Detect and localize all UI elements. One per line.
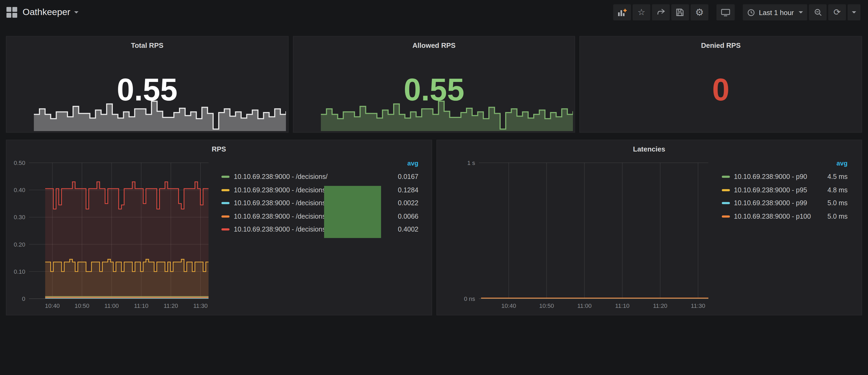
dashboard-title[interactable]: Oathkeeper (23, 7, 70, 18)
series-avg-value: 5.0 ms (823, 199, 847, 207)
svg-text:1 s: 1 s (467, 160, 475, 166)
grafana-apps-grid-icon[interactable] (6, 7, 17, 18)
dashboard-settings-button[interactable]: ⚙ (691, 4, 708, 21)
legend-avg-header[interactable]: avg (221, 160, 418, 170)
series-color-dash (221, 189, 229, 191)
add-panel-button[interactable] (613, 4, 631, 21)
series-avg-value: 4.5 ms (823, 173, 847, 181)
svg-text:11:30: 11:30 (193, 303, 208, 309)
star-icon: ☆ (638, 8, 646, 17)
clock-icon (747, 8, 755, 17)
panel-total-rps: Total RPS 0.55 (6, 36, 288, 133)
svg-text:11:00: 11:00 (104, 303, 119, 309)
series-avg-value: 5.0 ms (823, 213, 847, 220)
series-label: 10.10.69.238:9000 - /decisions/ (234, 173, 390, 181)
green-overlay (324, 186, 381, 238)
share-icon (656, 8, 665, 17)
series-color-dash (721, 202, 730, 205)
svg-text:0.40: 0.40 (14, 187, 25, 193)
series-label: 10.10.69.238:9000 - p90 (734, 173, 818, 181)
series-label: 10.10.69.238:9000 - p95 (734, 186, 818, 194)
panel-rps: RPS 0.500.400.300.200.10010:4010:5011:00… (6, 140, 432, 315)
time-range-label: Last 1 hour (759, 8, 794, 17)
refresh-dashboard-button[interactable]: ⟳ (828, 4, 846, 21)
legend-item[interactable]: 10.10.69.238:9000 - /decisions/ 0.4002 (221, 223, 418, 236)
series-color-dash (721, 215, 730, 218)
navbar: Oathkeeper ☆ (0, 0, 868, 25)
svg-text:11:30: 11:30 (691, 303, 705, 309)
legend-item[interactable]: 10.10.69.238:9000 - /decisions/ 0.0167 (221, 170, 418, 184)
series-label: 10.10.69.238:9000 - p100 (734, 213, 818, 220)
gear-icon: ⚙ (695, 7, 704, 17)
allowed-rps-sparkline (320, 99, 572, 131)
svg-text:0 ns: 0 ns (464, 295, 475, 302)
series-avg-value: 4.8 ms (823, 186, 847, 194)
legend-item[interactable]: 10.10.69.238:9000 - /decisions/ 0.0066 (221, 210, 418, 223)
series-color-dash (721, 176, 730, 178)
time-range-caret-icon (799, 11, 803, 13)
panel-title-allowed-rps[interactable]: Allowed RPS (293, 41, 575, 50)
svg-text:10:40: 10:40 (501, 303, 516, 309)
series-avg-value: 0.4002 (394, 226, 418, 233)
panel-title-latencies[interactable]: Latencies (437, 145, 862, 153)
svg-text:0: 0 (22, 295, 25, 302)
cycle-view-mode-button[interactable] (716, 4, 735, 21)
panel-title-total-rps[interactable]: Total RPS (6, 41, 288, 50)
denied-rps-value: 0 (580, 74, 862, 105)
series-color-dash (221, 202, 229, 205)
panel-denied-rps: Denied RPS 0 (580, 36, 862, 133)
time-range-picker[interactable]: Last 1 hour (743, 4, 807, 21)
latencies-legend: avg 10.10.69.238:9000 - p90 4.5 ms 10.10… (721, 160, 847, 223)
latencies-chart[interactable]: 1 s0 ns10:4010:5011:0011:1011:2011:30 (440, 156, 711, 313)
panel-title-rps[interactable]: RPS (6, 145, 431, 153)
rps-legend: avg 10.10.69.238:9000 - /decisions/ 0.01… (221, 160, 418, 236)
svg-text:10:40: 10:40 (45, 303, 60, 309)
add-panel-icon (618, 8, 627, 17)
svg-text:0.30: 0.30 (14, 214, 25, 221)
share-dashboard-button[interactable] (652, 4, 670, 21)
svg-text:11:20: 11:20 (164, 303, 178, 309)
legend-item[interactable]: 10.10.69.238:9000 - p95 4.8 ms (721, 184, 847, 197)
grafana-dashboard: Oathkeeper ☆ (0, 0, 868, 375)
legend-item[interactable]: 10.10.69.238:9000 - p90 4.5 ms (721, 170, 847, 184)
series-avg-value: 0.0022 (394, 199, 418, 207)
panel-title-denied-rps[interactable]: Denied RPS (580, 41, 862, 50)
panel-allowed-rps: Allowed RPS 0.55 (293, 36, 575, 133)
zoom-out-icon (813, 8, 822, 17)
panel-latencies: Latencies 1 s0 ns10:4010:5011:0011:1011:… (436, 140, 862, 315)
zoom-out-time-button[interactable] (809, 4, 827, 21)
legend-item[interactable]: 10.10.69.238:9000 - /decisions/ 0.1284 (221, 184, 418, 197)
svg-text:11:00: 11:00 (577, 303, 591, 309)
svg-text:10:50: 10:50 (539, 303, 554, 309)
legend-item[interactable]: 10.10.69.238:9000 - p100 5.0 ms (721, 210, 847, 223)
series-label: 10.10.69.238:9000 - p99 (734, 199, 818, 207)
total-rps-sparkline (34, 99, 286, 131)
series-avg-value: 0.1284 (394, 186, 418, 194)
svg-text:10:50: 10:50 (75, 303, 90, 309)
monitor-icon (721, 8, 731, 17)
legend-item[interactable]: 10.10.69.238:9000 - p99 5.0 ms (721, 197, 847, 210)
series-avg-value: 0.0066 (394, 213, 418, 220)
series-color-dash (221, 176, 229, 178)
refresh-interval-caret-icon (852, 11, 856, 13)
dashboard-title-caret-icon[interactable] (74, 11, 79, 13)
svg-text:11:20: 11:20 (653, 303, 667, 309)
svg-text:0.10: 0.10 (14, 268, 25, 275)
save-dashboard-button[interactable] (671, 4, 689, 21)
svg-text:0.50: 0.50 (14, 160, 25, 166)
series-color-dash (221, 228, 229, 231)
series-color-dash (221, 215, 229, 218)
svg-text:0.20: 0.20 (14, 241, 25, 248)
star-dashboard-button[interactable]: ☆ (632, 4, 650, 21)
legend-item[interactable]: 10.10.69.238:9000 - /decisions/ 0.0022 (221, 197, 418, 210)
refresh-icon: ⟳ (834, 8, 841, 17)
svg-text:11:10: 11:10 (134, 303, 148, 309)
rps-chart[interactable]: 0.500.400.300.200.10010:4010:5011:0011:1… (10, 156, 212, 313)
refresh-interval-dropdown[interactable] (847, 4, 861, 21)
save-icon (676, 8, 684, 17)
series-avg-value: 0.0167 (394, 173, 418, 181)
dashboard-grid: Total RPS 0.55 Allowed RPS 0.55 Denied R… (0, 25, 868, 315)
svg-text:11:10: 11:10 (615, 303, 629, 309)
legend-avg-header[interactable]: avg (721, 160, 847, 170)
series-color-dash (721, 189, 730, 191)
